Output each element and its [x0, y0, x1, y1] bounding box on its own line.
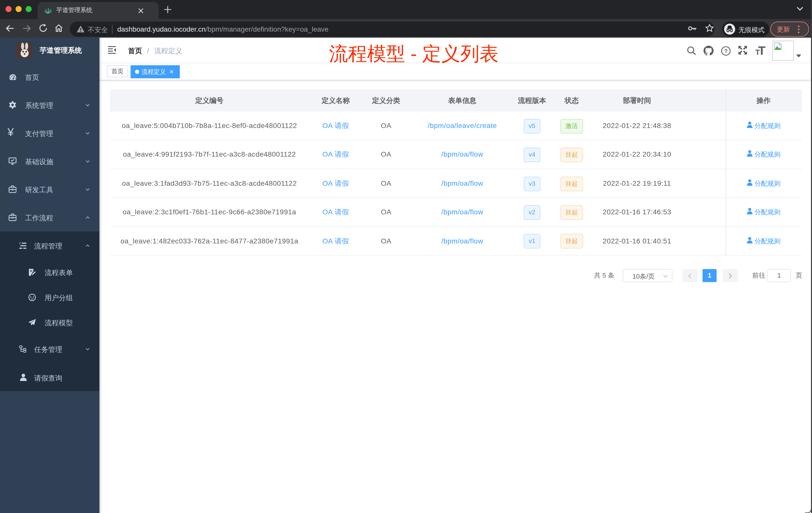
svg-text:?: ?	[724, 48, 727, 54]
